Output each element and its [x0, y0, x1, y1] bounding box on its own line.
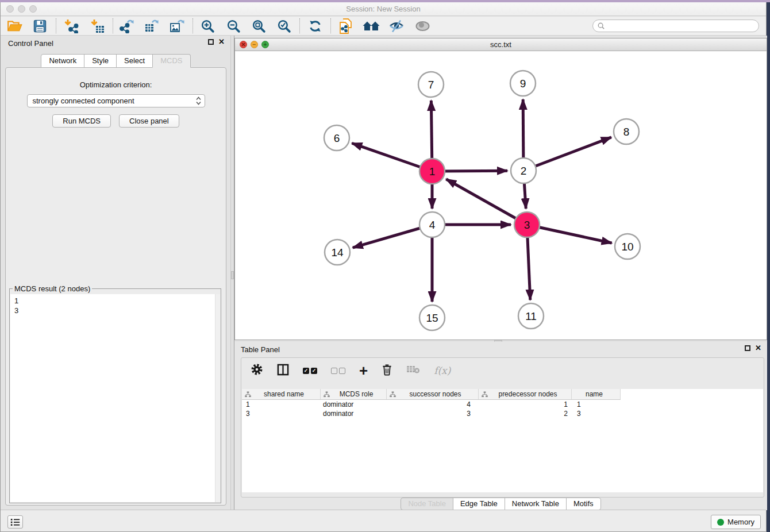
column-tree-icon	[324, 391, 330, 398]
table-panel-tabs: Node Table Edge Table Network Table Moti…	[234, 498, 767, 510]
memory-button[interactable]: Memory	[711, 515, 761, 529]
hide-eye-icon[interactable]	[388, 17, 405, 34]
delete-table-icon	[406, 364, 420, 377]
close-panel-icon[interactable]: ✕	[218, 38, 225, 45]
network-window-titlebar: ✕ − + scc.txt	[235, 38, 767, 51]
window-titlebar: Session: New Session	[1, 2, 766, 16]
graph-node-label: 6	[334, 132, 340, 144]
column-tree-icon	[245, 391, 251, 398]
tab-edge-table[interactable]: Edge Table	[453, 498, 505, 510]
edges-layer	[352, 99, 611, 302]
close-table-panel-icon[interactable]: ✕	[755, 345, 761, 352]
tab-motifs[interactable]: Motifs	[566, 498, 601, 510]
cell-predecessor-nodes: 2	[478, 410, 571, 418]
column-header-mcds-role[interactable]: MCDS role	[321, 389, 387, 399]
criterion-value: strongly connected component	[33, 97, 196, 105]
network-window: ✕ − + scc.txt 1234678910111415	[234, 38, 767, 340]
home-icon[interactable]	[363, 17, 380, 34]
right-column: ✕ − + scc.txt 1234678910111415	[234, 36, 767, 510]
column-header-shared-name[interactable]: shared name	[242, 389, 321, 399]
tab-node-table[interactable]: Node Table	[401, 498, 453, 510]
refresh-icon[interactable]	[306, 17, 324, 34]
tab-style[interactable]: Style	[84, 54, 117, 68]
graph-node-label: 1	[429, 165, 436, 178]
show-eye-icon[interactable]	[414, 17, 431, 34]
column-tree-icon	[390, 391, 396, 398]
delete-column-icon[interactable]	[382, 364, 392, 378]
export-image-icon[interactable]	[168, 17, 186, 34]
zoom-selected-icon[interactable]	[275, 17, 292, 34]
graph-node-label: 11	[525, 310, 537, 322]
control-panel-tabs: Network Style Select MCDS	[1, 54, 230, 68]
search-box[interactable]	[592, 20, 759, 32]
graph-node-label: 4	[429, 219, 436, 231]
export-table-icon[interactable]	[143, 17, 160, 34]
zoom-out-icon[interactable]	[225, 17, 242, 34]
close-panel-button[interactable]: Close panel	[119, 114, 179, 128]
mcds-result-text: 1 3	[10, 294, 215, 502]
column-header-name[interactable]: name	[572, 389, 620, 399]
table-row[interactable]: 3 dominator 3 2 3	[242, 409, 763, 418]
mcds-tab-content: Optimization criterion: strongly connect…	[5, 67, 226, 506]
table-panel-box: ✓✓ + f(x) shared name	[241, 357, 764, 498]
cell-predecessor-nodes: 1	[478, 400, 571, 408]
memory-label: Memory	[727, 518, 754, 526]
function-builder-icon: f(x)	[434, 365, 451, 376]
column-tree-icon	[482, 391, 488, 398]
settings-gear-icon[interactable]	[251, 363, 263, 378]
toolbar-separator	[113, 18, 113, 33]
control-panel-title: Control Panel	[8, 39, 53, 48]
graph-node-label: 8	[623, 126, 630, 138]
window-title: Session: New Session	[1, 5, 766, 13]
network-window-title: scc.txt	[235, 40, 767, 49]
graph-node-label: 3	[524, 219, 530, 231]
add-column-icon[interactable]: +	[359, 365, 368, 376]
splitter-grip[interactable]	[231, 271, 234, 279]
zoom-in-icon[interactable]	[199, 17, 216, 34]
table-row[interactable]: 1 dominator 4 1 1	[242, 400, 763, 409]
cell-shared-name: 1	[242, 400, 320, 408]
task-history-button[interactable]	[7, 515, 23, 529]
column-header-predecessor-nodes[interactable]: predecessor nodes	[479, 389, 572, 399]
graph-edge[interactable]	[523, 137, 611, 171]
export-network-icon[interactable]	[118, 17, 135, 34]
vertical-splitter[interactable]	[230, 36, 234, 510]
dropdown-stepper-icon	[196, 97, 201, 105]
zoom-fit-icon[interactable]	[250, 17, 267, 34]
cell-shared-name: 3	[242, 410, 320, 418]
import-table-icon[interactable]	[88, 17, 106, 34]
clone-network-icon[interactable]	[337, 17, 355, 34]
result-scrollbar[interactable]	[215, 294, 220, 502]
node-table: shared name MCDS role successor nodes	[242, 389, 763, 492]
graph-node-label: 9	[520, 78, 526, 90]
column-header-successor-nodes[interactable]: successor nodes	[387, 389, 479, 399]
show-columns-icon[interactable]	[277, 364, 289, 378]
cell-successor-nodes: 4	[386, 400, 478, 408]
select-all-icon[interactable]: ✓✓	[303, 368, 317, 374]
table-toolbar: ✓✓ + f(x)	[241, 358, 764, 383]
application-window: Session: New Session	[0, 2, 767, 532]
run-mcds-button[interactable]: Run MCDS	[52, 114, 111, 128]
graph-edge[interactable]	[446, 179, 527, 225]
import-network-icon[interactable]	[62, 17, 79, 34]
graph-node-label: 7	[428, 79, 434, 91]
network-canvas[interactable]: 1234678910111415	[235, 51, 767, 340]
tab-network-table[interactable]: Network Table	[505, 498, 567, 510]
open-folder-icon[interactable]	[6, 17, 24, 34]
search-input[interactable]	[607, 22, 754, 30]
save-icon[interactable]	[31, 17, 48, 34]
criterion-dropdown[interactable]: strongly connected component	[27, 94, 205, 107]
graph-svg: 1234678910111415	[235, 51, 767, 340]
cell-successor-nodes: 3	[386, 410, 478, 418]
tab-network[interactable]: Network	[41, 54, 84, 68]
tab-mcds[interactable]: MCDS	[152, 54, 190, 68]
table-panel: Table Panel ✕ ✓✓ +	[234, 342, 767, 510]
float-panel-icon[interactable]	[208, 39, 214, 45]
tab-select[interactable]: Select	[116, 54, 153, 68]
table-panel-title: Table Panel	[241, 345, 280, 354]
float-table-panel-icon[interactable]	[745, 345, 750, 351]
list-icon	[10, 518, 20, 526]
graph-node-label: 2	[521, 165, 527, 177]
unselect-all-icon[interactable]	[331, 368, 345, 374]
toolbar-separator	[192, 18, 193, 33]
